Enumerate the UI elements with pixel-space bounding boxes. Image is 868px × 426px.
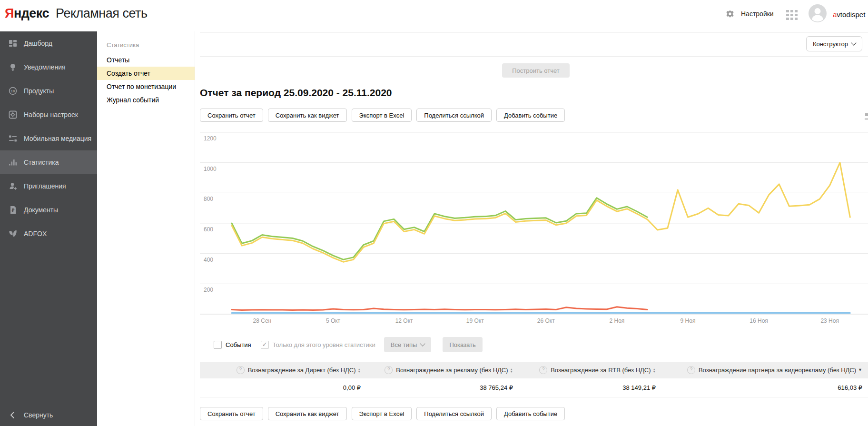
sort-icon[interactable]: ▲▼	[653, 368, 656, 373]
help-icon[interactable]: ?	[385, 366, 393, 374]
sidebar-item-invitations[interactable]: Приглашения	[0, 174, 97, 198]
sidebar-item-label: Уведомления	[24, 63, 66, 71]
sidebar-item-label: Продукты	[24, 87, 54, 95]
mobile-mediation-icon	[8, 134, 18, 143]
products-icon: 10	[8, 86, 18, 96]
x-tick-label: 28 Сен	[253, 317, 272, 324]
events-checkbox[interactable]	[214, 341, 222, 349]
sidebar-item-dashboard[interactable]: Дашборд	[0, 31, 97, 55]
share-link-button[interactable]: Поделиться ссылкой	[416, 407, 492, 420]
top-header: Яндекс Рекламная сеть Настройки avtodisp…	[0, 0, 868, 31]
column-header-label: Вознаграждение за RTB (без НДС)	[551, 367, 651, 374]
y-tick-label: 1200	[204, 135, 217, 142]
column-header-4[interactable]: ?Вознаграждение партнера за видеорекламу…	[661, 362, 868, 378]
save-as-widget-button[interactable]: Сохранить как виджет	[268, 407, 347, 420]
logo-letter: Я	[5, 6, 14, 20]
series-red	[232, 307, 647, 310]
sort-desc-icon[interactable]: ▼	[858, 368, 862, 372]
submenu-title: Статистика	[107, 41, 195, 49]
sidebar-item-notifications[interactable]: Уведомления	[0, 55, 97, 79]
show-button[interactable]: Показать	[443, 337, 482, 352]
submenu-item-reports[interactable]: Отчеты	[97, 53, 195, 67]
help-icon[interactable]: ?	[687, 366, 695, 374]
table-value-row: 0,00 ₽38 765,24 ₽38 149,21 ₽616,03 ₽	[200, 378, 868, 397]
y-tick-label: 400	[204, 257, 213, 263]
x-tick-label: 26 Окт	[537, 317, 555, 324]
chevron-down-icon	[851, 40, 856, 45]
sort-icon[interactable]: ▲▼	[510, 368, 513, 373]
settings-link[interactable]: Настройки	[741, 10, 774, 18]
x-tick-label: 9 Ноя	[681, 317, 696, 324]
chevron-left-icon	[8, 410, 18, 420]
column-header-2[interactable]: ?Вознаграждение за рекламу (без НДС)▲▼	[366, 362, 519, 378]
sidebar-item-mobile-mediation[interactable]: Мобильная медиация	[0, 127, 97, 150]
column-value-4: 616,03 ₽	[661, 378, 868, 397]
logo-product: Рекламная сеть	[56, 6, 147, 20]
save-as-widget-button[interactable]: Сохранить как виджет	[268, 109, 347, 122]
report-chart[interactable]: 2004006008001000120028 Сен5 Окт12 Окт19 …	[200, 126, 868, 336]
export-excel-button[interactable]: Экспорт в Excel	[352, 109, 412, 122]
help-icon[interactable]: ?	[539, 366, 547, 374]
table-header-row: ?Вознаграждение за Директ (без НДС)▲▼?Во…	[200, 362, 868, 378]
export-excel-button[interactable]: Экспорт в Excel	[352, 407, 412, 420]
avatar[interactable]	[808, 4, 827, 23]
scope-checkbox[interactable]: ✓	[261, 341, 269, 349]
y-tick-label: 800	[204, 196, 213, 202]
column-header-3[interactable]: ?Вознаграждение за RTB (без НДС)▲▼	[519, 362, 661, 378]
submenu-item-events-log[interactable]: Журнал событий	[97, 93, 195, 107]
main-sidebar: ДашбордУведомления10ПродуктыНаборы настр…	[0, 31, 97, 426]
chevron-down-icon	[420, 341, 425, 346]
y-tick-label: 600	[204, 226, 213, 233]
sidebar-item-label: Приглашения	[24, 182, 66, 190]
username[interactable]: avtodispet	[833, 10, 865, 19]
column-header-label: Вознаграждение за рекламу (без НДС)	[396, 367, 508, 374]
scope-label: Только для этого уровня статистики	[273, 341, 375, 348]
submenu-item-monetization-report[interactable]: Отчет по монетизации	[97, 80, 195, 93]
sidebar-item-products[interactable]: 10Продукты	[0, 79, 97, 103]
column-value-3: 38 149,21 ₽	[519, 378, 661, 397]
save-report-button[interactable]: Сохранить отчет	[200, 109, 263, 122]
toolbar-divider	[200, 56, 868, 57]
save-report-button[interactable]: Сохранить отчет	[200, 407, 263, 420]
x-tick-label: 5 Окт	[326, 317, 341, 324]
sidebar-item-label: Дашборд	[24, 40, 52, 47]
sidebar-item-label: Статистика	[24, 159, 59, 166]
collapse-label: Свернуть	[24, 411, 53, 419]
collapse-sidebar-button[interactable]: Свернуть	[0, 404, 97, 426]
sidebar-item-settings-sets[interactable]: Наборы настроек	[0, 103, 97, 127]
sidebar-item-statistics[interactable]: Статистика	[0, 150, 97, 174]
sidebar-item-documents[interactable]: ₽Документы	[0, 198, 97, 222]
dashboard-icon	[8, 39, 18, 48]
column-header-1[interactable]: ?Вознаграждение за Директ (без НДС)▲▼	[200, 362, 366, 378]
share-link-button[interactable]: Поделиться ссылкой	[416, 109, 492, 122]
invitations-icon	[8, 181, 18, 191]
help-icon[interactable]: ?	[237, 366, 245, 374]
main-content: Конструктор Построить отчет Отчет за пер…	[195, 31, 868, 426]
x-tick-label: 16 Ноя	[750, 317, 768, 324]
build-report-button[interactable]: Построить отчет	[502, 63, 570, 78]
statistics-icon	[8, 158, 18, 167]
submenu-item-create-report[interactable]: Создать отчет	[97, 67, 195, 80]
statistics-submenu: Статистика ОтчетыСоздать отчетОтчет по м…	[97, 31, 195, 426]
yandex-logo[interactable]: Яндекс Рекламная сеть	[5, 6, 147, 21]
adfox-icon	[8, 229, 18, 238]
svg-text:10: 10	[11, 89, 15, 93]
notifications-icon	[8, 62, 18, 72]
gear-icon[interactable]	[725, 9, 735, 19]
sidebar-item-adfox[interactable]: ADFOX	[0, 222, 97, 246]
documents-icon: ₽	[8, 205, 18, 215]
column-header-label: Вознаграждение за Директ (без НДС)	[248, 367, 356, 374]
series-green	[232, 198, 647, 260]
all-types-dropdown[interactable]: Все типы	[384, 337, 432, 352]
chart-menu-icon[interactable]	[865, 113, 868, 120]
column-header-label: Вознаграждение партнера за видеорекламу …	[699, 367, 856, 374]
sort-icon[interactable]: ▲▼	[358, 368, 361, 373]
sidebar-nav: ДашбордУведомления10ПродуктыНаборы настр…	[0, 31, 97, 246]
report-actions-bottom: Сохранить отчетСохранить как виджетЭкспо…	[200, 407, 565, 420]
x-tick-label: 12 Окт	[395, 317, 413, 324]
apps-grid-icon[interactable]	[786, 10, 798, 20]
x-tick-label: 23 Ноя	[820, 317, 839, 324]
constructor-button[interactable]: Конструктор	[806, 36, 862, 51]
add-event-button[interactable]: Добавить событие	[496, 109, 565, 122]
add-event-button[interactable]: Добавить событие	[496, 407, 565, 420]
